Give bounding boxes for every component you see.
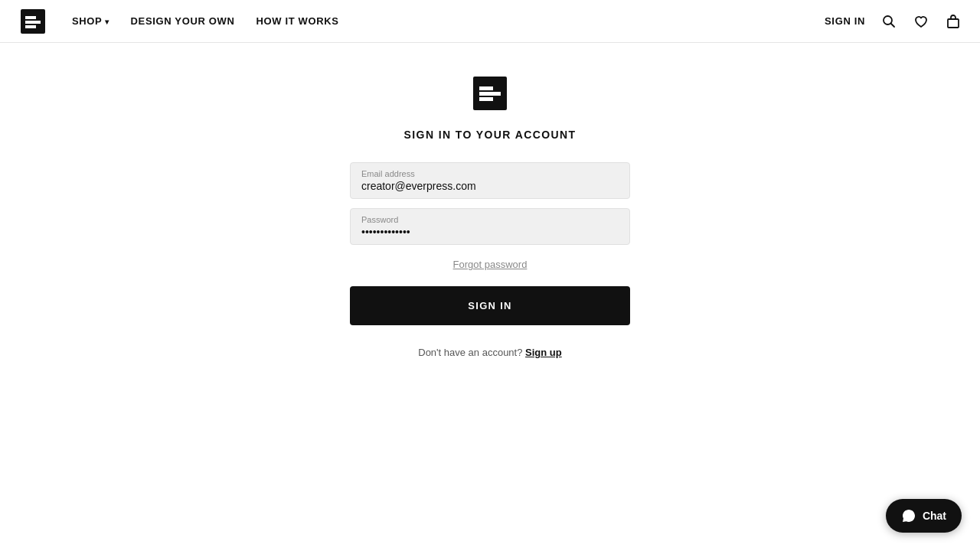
- main-content: SIGN IN TO YOUR ACCOUNT Email address Pa…: [0, 43, 980, 358]
- email-field-group: Email address: [350, 162, 630, 199]
- svg-line-5: [891, 23, 895, 27]
- main-nav: SHOP DESIGN YOUR OWN HOW IT WORKS: [72, 15, 339, 27]
- password-input[interactable]: [361, 226, 619, 238]
- site-header: SHOP DESIGN YOUR OWN HOW IT WORKS SIGN I…: [0, 0, 980, 43]
- email-input[interactable]: [361, 180, 619, 192]
- password-label: Password: [361, 215, 619, 224]
- sign-up-link[interactable]: Sign up: [525, 347, 562, 358]
- forgot-password-link[interactable]: Forgot password: [453, 259, 528, 270]
- cart-icon[interactable]: [945, 13, 962, 30]
- svg-rect-1: [25, 16, 36, 19]
- sign-in-form: Email address Password Forgot password S…: [350, 162, 630, 358]
- svg-rect-2: [25, 21, 41, 24]
- svg-rect-8: [479, 86, 493, 90]
- forgot-password-container: Forgot password: [350, 257, 630, 271]
- svg-rect-9: [479, 92, 501, 96]
- site-logo[interactable]: [18, 7, 47, 36]
- nav-right: SIGN IN: [825, 13, 962, 30]
- nav-sign-in[interactable]: SIGN IN: [825, 15, 865, 27]
- svg-rect-3: [25, 25, 36, 28]
- no-account-text: Don't have an account? Sign up: [350, 347, 630, 358]
- center-logo: [470, 73, 510, 116]
- sign-in-button[interactable]: SIGN IN: [350, 286, 630, 325]
- password-field-group: Password: [350, 208, 630, 245]
- chat-icon: [901, 508, 916, 523]
- chat-label: Chat: [923, 510, 946, 522]
- wishlist-icon[interactable]: [913, 13, 929, 30]
- chat-widget[interactable]: Chat: [886, 499, 962, 533]
- nav-design-your-own[interactable]: DESIGN YOUR OWN: [131, 15, 235, 27]
- nav-shop[interactable]: SHOP: [72, 15, 109, 27]
- svg-rect-6: [948, 19, 959, 28]
- email-label: Email address: [361, 169, 619, 178]
- search-icon[interactable]: [880, 13, 897, 30]
- page-title: SIGN IN TO YOUR ACCOUNT: [404, 129, 577, 141]
- svg-rect-10: [479, 97, 493, 101]
- nav-left: SHOP DESIGN YOUR OWN HOW IT WORKS: [18, 7, 339, 36]
- nav-how-it-works[interactable]: HOW IT WORKS: [256, 15, 338, 27]
